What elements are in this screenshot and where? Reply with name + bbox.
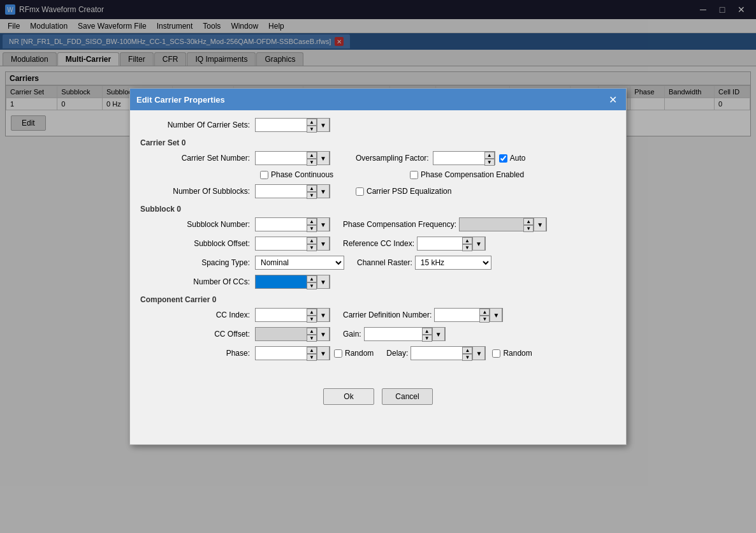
num-subblocks-up[interactable]: ▲: [307, 185, 317, 192]
cc-offset-up[interactable]: ▲: [307, 328, 317, 335]
oversampling-factor-up[interactable]: ▲: [484, 152, 495, 159]
ref-cc-index-input[interactable]: -1: [418, 237, 462, 250]
num-carrier-sets-down[interactable]: ▼: [307, 126, 317, 133]
subblock-number-down[interactable]: ▼: [307, 225, 317, 232]
auto-checkbox[interactable]: [499, 154, 507, 163]
num-carrier-sets-input[interactable]: 1: [256, 119, 307, 131]
cc-offset-spinbox[interactable]: 0 Hz ▲ ▼ ▼: [255, 327, 330, 341]
ref-cc-index-spin-btns: ▲ ▼: [462, 237, 472, 250]
gain-spinbox[interactable]: 0.00 dB ▲ ▼ ▼: [364, 327, 446, 341]
carrier-def-spin-btns: ▲ ▼: [479, 309, 490, 321]
num-subblocks-spinbox[interactable]: 1 ▲ ▼ ▼: [255, 184, 330, 198]
subblock-number-dropdown[interactable]: ▼: [317, 217, 330, 231]
subblocks-row: Number Of Subblocks: 1 ▲ ▼ ▼: [140, 184, 616, 198]
delay-dropdown[interactable]: ▼: [472, 346, 485, 360]
cc-index-down[interactable]: ▼: [307, 316, 317, 323]
num-carrier-sets-dropdown[interactable]: ▼: [317, 118, 330, 132]
modal-body: Number Of Carrier Sets: 1 ▲ ▼ ▼ Carrier …: [130, 110, 626, 373]
carrier-set-number-down[interactable]: ▼: [307, 159, 317, 166]
gain-down[interactable]: ▼: [422, 335, 432, 342]
subblock-offset-down[interactable]: ▼: [307, 244, 317, 251]
subblock-offset-up[interactable]: ▲: [307, 237, 317, 244]
cc-offset-down[interactable]: ▼: [307, 335, 317, 342]
phase-continuous-checkbox[interactable]: [260, 171, 268, 179]
num-ccs-up[interactable]: ▲: [307, 275, 317, 282]
ref-cc-index-label: Reference CC Index:: [343, 239, 414, 248]
subblock-offset-spinbox[interactable]: 0 Hz ▲ ▼ ▼: [255, 237, 330, 251]
carrier-def-dropdown[interactable]: ▼: [490, 308, 502, 322]
carrier-set-number-up[interactable]: ▲: [307, 152, 317, 159]
phase-input[interactable]: 0.00 °: [256, 347, 307, 360]
ok-button[interactable]: Ok: [323, 388, 374, 405]
phase-comp-enabled-group: Phase Compensation Enabled: [410, 170, 524, 179]
phase-dropdown[interactable]: ▼: [317, 346, 330, 360]
delay-random-checkbox[interactable]: [492, 349, 500, 358]
ref-cc-index-down[interactable]: ▼: [462, 244, 472, 251]
phase-random-text: Random: [345, 349, 374, 358]
component-carrier-0-header: Component Carrier 0: [140, 295, 616, 304]
oversampling-factor-spinbox[interactable]: 1 ▲ ▼: [433, 151, 495, 165]
phase-comp-freq-input[interactable]: 0 Hz: [460, 218, 523, 231]
gain-label: Gain:: [343, 330, 361, 339]
num-carrier-sets-up[interactable]: ▲: [307, 119, 317, 126]
delay-spinbox[interactable]: 0 ns ▲ ▼ ▼: [411, 346, 486, 360]
carrier-def-spinbox[interactable]: 0 ▲ ▼ ▼: [434, 308, 503, 322]
phase-spinbox[interactable]: 0.00 ° ▲ ▼ ▼: [255, 346, 330, 360]
carrier-set-number-input[interactable]: 0: [256, 152, 307, 164]
num-ccs-dropdown[interactable]: ▼: [317, 275, 330, 289]
modal-close-button[interactable]: ✕: [606, 92, 620, 106]
carrier-def-up[interactable]: ▲: [479, 309, 490, 316]
auto-label: Auto: [510, 154, 526, 163]
phase-comp-freq-spinbox[interactable]: 0 Hz ▲ ▼ ▼: [459, 217, 547, 231]
delay-down[interactable]: ▼: [462, 354, 472, 361]
phase-random-checkbox[interactable]: [334, 349, 342, 358]
oversampling-factor-down[interactable]: ▼: [484, 159, 495, 166]
subblock-offset-spin-btns: ▲ ▼: [307, 237, 317, 250]
subblock-offset-dropdown[interactable]: ▼: [317, 237, 330, 251]
cc-index-spinbox[interactable]: 0 ▲ ▼ ▼: [255, 308, 330, 322]
cc-index-input[interactable]: 0: [256, 309, 307, 321]
carrier-psd-checkbox[interactable]: [356, 187, 364, 196]
ref-cc-index-group: Reference CC Index: -1 ▲ ▼ ▼: [343, 237, 486, 251]
num-subblocks-dropdown[interactable]: ▼: [317, 184, 330, 198]
subblock-number-up[interactable]: ▲: [307, 218, 317, 225]
cc-offset-input[interactable]: 0 Hz: [256, 328, 307, 340]
gain-dropdown[interactable]: ▼: [432, 327, 445, 341]
delay-up[interactable]: ▲: [462, 347, 472, 354]
carrier-set-number-dropdown[interactable]: ▼: [317, 151, 330, 165]
delay-input[interactable]: 0 ns: [411, 347, 462, 360]
gain-input[interactable]: 0.00 dB: [365, 328, 422, 340]
num-ccs-spinbox[interactable]: 2 ▲ ▼ ▼: [255, 275, 330, 289]
phase-comp-freq-up[interactable]: ▲: [523, 218, 534, 225]
num-subblocks-input[interactable]: 1: [256, 185, 307, 198]
carrier-set-number-spinbox[interactable]: 0 ▲ ▼ ▼: [255, 151, 330, 165]
phase-up[interactable]: ▲: [307, 347, 317, 354]
phase-down[interactable]: ▼: [307, 354, 317, 361]
gain-up[interactable]: ▲: [422, 328, 432, 335]
num-ccs-input[interactable]: 2: [256, 275, 307, 288]
oversampling-factor-input[interactable]: 1: [433, 152, 484, 164]
subblock-number-spinbox[interactable]: 0 ▲ ▼ ▼: [255, 217, 330, 231]
phase-comp-freq-down[interactable]: ▼: [523, 225, 534, 232]
subblock-offset-input[interactable]: 0 Hz: [256, 237, 307, 250]
cc-offset-dropdown[interactable]: ▼: [317, 327, 330, 341]
subblock-number-spin-btns: ▲ ▼: [307, 218, 317, 231]
subblock-number-input[interactable]: 0: [256, 218, 307, 231]
cancel-button[interactable]: Cancel: [382, 388, 433, 405]
carrier-def-input[interactable]: 0: [435, 309, 479, 321]
cc-index-dropdown[interactable]: ▼: [317, 308, 330, 322]
num-ccs-down[interactable]: ▼: [307, 282, 317, 289]
spacing-type-select[interactable]: Nominal Fixed: [255, 256, 344, 270]
phase-comp-freq-dropdown[interactable]: ▼: [534, 217, 546, 231]
modal-overlay: Edit Carrier Properties ✕ Number Of Carr…: [0, 0, 756, 513]
ref-cc-index-spinbox[interactable]: -1 ▲ ▼ ▼: [417, 237, 486, 251]
cc-index-up[interactable]: ▲: [307, 309, 317, 316]
num-subblocks-down[interactable]: ▼: [307, 192, 317, 199]
ref-cc-index-up[interactable]: ▲: [462, 237, 472, 244]
carrier-def-down[interactable]: ▼: [479, 316, 490, 323]
num-subblocks-row: Number Of Subblocks: 1 ▲ ▼ ▼: [140, 184, 330, 198]
phase-comp-enabled-checkbox[interactable]: [410, 171, 418, 179]
ref-cc-index-dropdown[interactable]: ▼: [472, 237, 485, 251]
num-carrier-sets-spinbox[interactable]: 1 ▲ ▼ ▼: [255, 118, 330, 132]
channel-raster-select[interactable]: 15 kHz 30 kHz 100 kHz: [415, 256, 491, 270]
